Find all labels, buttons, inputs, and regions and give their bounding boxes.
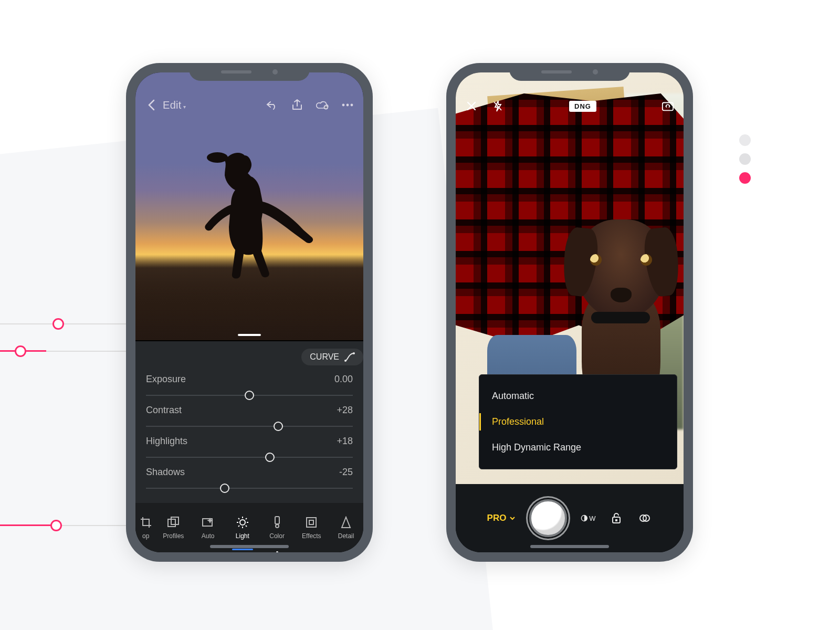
slider-shadows[interactable]: Shadows-25 — [146, 467, 353, 494]
slider-knob[interactable] — [245, 391, 254, 400]
flash-off-icon[interactable] — [491, 100, 504, 112]
slider-exposure[interactable]: Exposure0.00 — [146, 374, 353, 401]
slider-label: Highlights — [146, 436, 187, 447]
decor-dots — [739, 134, 751, 184]
tool-effects[interactable]: Effects — [294, 503, 329, 552]
phone-notch — [509, 63, 630, 81]
dropdown-icon: ▾ — [183, 104, 186, 110]
svg-rect-14 — [309, 520, 313, 524]
share-icon[interactable] — [291, 99, 303, 111]
svg-rect-11 — [275, 517, 279, 524]
light-icon — [236, 516, 249, 529]
svg-point-0 — [207, 152, 228, 163]
slider-value: +18 — [337, 436, 353, 447]
svg-rect-15 — [663, 103, 673, 111]
tool-profiles[interactable]: Profiles — [156, 503, 191, 552]
capture-mode-menu: Automatic Professional High Dynamic Rang… — [479, 374, 677, 469]
slider-knob[interactable] — [220, 484, 229, 493]
svg-point-2 — [342, 104, 345, 107]
tool-crop[interactable]: op — [135, 503, 156, 552]
phone-edit: Edit▾ CURVE — [126, 63, 373, 562]
undo-icon[interactable] — [266, 99, 278, 111]
slider-value: 0.00 — [334, 374, 353, 385]
subject-silhouette — [188, 151, 309, 288]
profiles-icon — [166, 516, 180, 529]
slider-knob[interactable] — [274, 422, 283, 431]
mode-automatic[interactable]: Automatic — [479, 383, 677, 409]
svg-point-4 — [351, 104, 353, 107]
tool-label: Effects — [302, 532, 321, 540]
tool-detail[interactable]: Detail — [329, 503, 363, 552]
mode-hdr[interactable]: High Dynamic Range — [479, 435, 677, 460]
svg-point-5 — [344, 360, 346, 362]
phone-notch — [189, 63, 310, 81]
panel-handle[interactable] — [238, 334, 261, 336]
cloud-plus-icon[interactable] — [316, 99, 329, 111]
chevron-down-icon — [509, 516, 516, 520]
screen-title[interactable]: Edit▾ — [163, 99, 186, 111]
curve-button[interactable]: CURVE — [301, 349, 363, 365]
svg-rect-13 — [307, 518, 316, 527]
tool-label: Auto — [202, 532, 215, 540]
decor-dot — [739, 134, 751, 146]
tool-label: Profiles — [163, 532, 184, 540]
svg-rect-18 — [615, 519, 617, 521]
close-icon[interactable] — [465, 100, 478, 112]
auto-icon — [201, 516, 215, 529]
tool-label: Color — [269, 532, 285, 540]
tool-label: Detail — [338, 532, 354, 540]
back-icon[interactable] — [145, 99, 158, 111]
phone-camera: DNG Automatic Professional High Dynamic … — [446, 63, 693, 562]
color-icon — [270, 516, 284, 529]
svg-point-3 — [346, 104, 349, 107]
crop-icon — [139, 516, 153, 529]
home-indicator — [530, 545, 609, 548]
format-badge[interactable]: DNG — [569, 101, 596, 112]
svg-point-12 — [276, 524, 279, 528]
more-icon[interactable] — [341, 99, 354, 111]
camera-switch-icon[interactable] — [662, 100, 674, 112]
slider-contrast[interactable]: Contrast+28 — [146, 405, 353, 432]
slider-value: -25 — [339, 467, 353, 478]
tool-label: Light — [236, 532, 249, 540]
white-balance-icon[interactable]: W — [581, 511, 595, 526]
slider-label: Shadows — [146, 467, 185, 478]
lock-open-icon[interactable] — [609, 511, 624, 526]
slider-label: Exposure — [146, 374, 186, 385]
svg-point-6 — [353, 352, 355, 354]
slider-knob[interactable] — [265, 453, 275, 462]
decor-dot — [739, 153, 751, 165]
svg-point-10 — [240, 520, 245, 525]
tool-label: op — [142, 532, 149, 540]
curve-icon — [344, 352, 355, 362]
home-indicator — [210, 545, 289, 548]
mode-professional[interactable]: Professional — [479, 409, 677, 435]
slider-label: Contrast — [146, 405, 182, 416]
shutter-button[interactable] — [529, 499, 567, 537]
detail-icon — [339, 516, 353, 529]
light-sliders: Exposure0.00 Contrast+28 Highlights+18 S… — [146, 374, 353, 494]
effects-icon — [304, 516, 318, 529]
filter-icon[interactable] — [637, 511, 652, 526]
mode-selector[interactable]: PRO — [487, 513, 516, 523]
slider-value: +28 — [337, 405, 353, 416]
decor-dot — [739, 172, 751, 184]
slider-highlights[interactable]: Highlights+18 — [146, 436, 353, 463]
